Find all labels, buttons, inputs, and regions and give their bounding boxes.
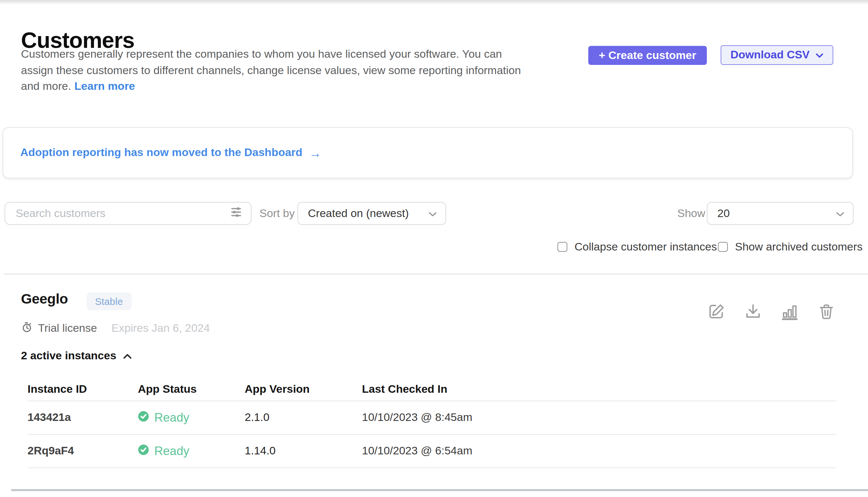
download-csv-button[interactable]: Download CSV	[721, 45, 833, 65]
instance-id: 2Rq9aF4	[28, 444, 138, 458]
show-archived-label: Show archived customers	[735, 240, 863, 253]
customer-name: Geeglo	[21, 290, 68, 308]
license-info-row: Trial license Expires Jan 6, 2024	[21, 322, 210, 335]
license-expiration: Expires Jan 6, 2024	[112, 322, 210, 335]
download-license-icon[interactable]	[744, 303, 762, 321]
learn-more-link[interactable]: Learn more	[74, 80, 135, 93]
instances-table-header: Instance ID App Status App Version Last …	[28, 378, 837, 401]
download-csv-label: Download CSV	[731, 48, 810, 62]
arrow-right-icon: →	[309, 146, 321, 159]
adoption-banner-link[interactable]: Adoption reporting has now moved to the …	[20, 146, 321, 159]
last-checked-in: 10/10/2023 @ 6:54am	[362, 444, 837, 458]
sort-by-select[interactable]: Created on (newest)	[297, 202, 446, 225]
instances-table: Instance ID App Status App Version Last …	[28, 378, 837, 468]
collapse-instances-checkbox-group[interactable]: Collapse customer instances	[558, 241, 717, 253]
chevron-down-icon	[815, 48, 823, 62]
column-header: Instance ID	[28, 383, 138, 396]
chevron-up-icon	[123, 350, 131, 361]
search-input[interactable]	[14, 206, 229, 221]
page-description: Customers generally represent the compan…	[21, 46, 610, 95]
license-type: Trial license	[38, 322, 97, 335]
column-header: App Version	[245, 383, 362, 396]
app-status: Ready	[154, 410, 189, 425]
active-instances-toggle[interactable]: 2 active instances	[21, 349, 131, 363]
table-row: 143421a Ready 2.1.0 10/10/2023 @ 8:45am	[28, 401, 837, 435]
delete-customer-icon[interactable]	[818, 303, 835, 321]
section-divider	[4, 273, 868, 275]
collapse-instances-checkbox[interactable]	[558, 242, 567, 252]
chevron-down-icon	[428, 207, 437, 220]
show-per-page-value: 20	[717, 207, 730, 220]
column-header: Last Checked In	[362, 383, 837, 396]
app-status-cell: Ready	[138, 444, 245, 458]
column-header: App Status	[138, 383, 245, 396]
description-line: and more.	[21, 80, 71, 93]
show-archived-checkbox[interactable]	[718, 242, 728, 252]
timer-icon	[21, 321, 33, 336]
check-circle-icon	[138, 444, 148, 458]
adoption-banner-text: Adoption reporting has now moved to the …	[20, 146, 302, 159]
app-version: 2.1.0	[245, 411, 362, 424]
check-circle-icon	[138, 411, 148, 424]
customer-action-buttons	[707, 303, 835, 321]
app-status: Ready	[154, 444, 189, 458]
show-label: Show	[677, 202, 705, 225]
app-version: 1.14.0	[245, 444, 362, 458]
instance-id: 143421a	[28, 411, 138, 424]
chevron-down-icon	[836, 207, 844, 220]
adoption-banner: Adoption reporting has now moved to the …	[3, 127, 853, 178]
last-checked-in: 10/10/2023 @ 8:45am	[362, 411, 837, 424]
top-scroll-shadow	[0, 0, 868, 4]
search-customers-box	[4, 202, 252, 225]
description-line: Customers generally represent the compan…	[21, 46, 610, 62]
active-instances-summary: 2 active instances	[21, 349, 116, 362]
customer-row-divider	[11, 489, 868, 491]
show-per-page-select[interactable]: 20	[707, 202, 854, 225]
sort-by-label: Sort by	[260, 202, 295, 225]
app-status-cell: Ready	[138, 410, 245, 425]
collapse-instances-label: Collapse customer instances	[575, 240, 717, 253]
filter-sliders-icon[interactable]	[229, 205, 243, 222]
channel-badge: Stable	[87, 293, 131, 310]
adoption-chart-icon[interactable]	[781, 303, 798, 321]
create-customer-button[interactable]: + Create customer	[588, 46, 707, 65]
create-customer-label: + Create customer	[599, 49, 696, 62]
sort-by-value: Created on (newest)	[308, 207, 409, 220]
description-line: assign these customers to different chan…	[21, 62, 610, 79]
edit-customer-icon[interactable]	[707, 303, 725, 321]
show-archived-checkbox-group[interactable]: Show archived customers	[718, 241, 863, 253]
table-row: 2Rq9aF4 Ready 1.14.0 10/10/2023 @ 6:54am	[28, 435, 837, 468]
customers-page: Customers Customers generally represent …	[0, 0, 868, 497]
